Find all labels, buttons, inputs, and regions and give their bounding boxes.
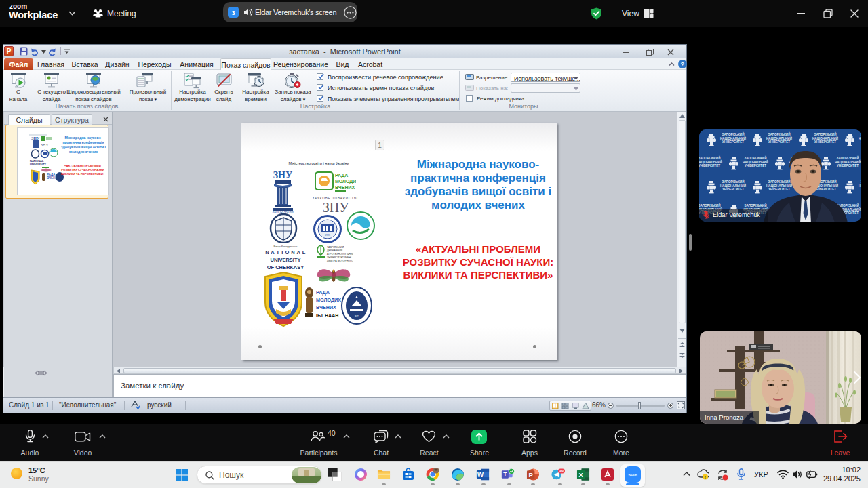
svg-text:UNIVERSITY: UNIVERSITY bbox=[30, 163, 46, 166]
svg-text:ВИКЛИКИ ТА ПЕРСПЕКТИВИ»: ВИКЛИКИ ТА ПЕРСПЕКТИВИ» bbox=[61, 172, 105, 176]
svg-text:W: W bbox=[477, 471, 484, 479]
svg-text:T: T bbox=[503, 471, 507, 478]
svg-text:X: X bbox=[578, 471, 583, 479]
svg-text:УНІВЕРСИТЕТ: УНІВЕРСИТЕТ bbox=[722, 140, 744, 144]
svg-text:молодих вчених: молодих вчених bbox=[69, 150, 98, 154]
svg-text:Міжнародна науково-: Міжнародна науково- bbox=[64, 136, 102, 140]
svg-text:ІБТ НААН: ІБТ НААН bbox=[316, 313, 338, 318]
svg-text:НАЦІОНАЛЬНИЙ: НАЦІОНАЛЬНИЙ bbox=[720, 136, 746, 140]
svg-text:49: 49 bbox=[559, 469, 564, 473]
svg-text:ДЕРЖАВНИЙ: ДЕРЖАВНИЙ bbox=[327, 249, 342, 252]
svg-text:P: P bbox=[528, 471, 533, 479]
svg-text:практична конференція: практична конференція bbox=[62, 140, 104, 144]
svg-text:здобувачів вищої освіти і: здобувачів вищої освіти і bbox=[61, 145, 106, 149]
svg-text:ЗНУ: ЗНУ bbox=[41, 143, 49, 147]
svg-text:Inna Pronoza: Inna Pronoza bbox=[705, 413, 744, 421]
svg-text:АГРОТЕХНОЛОГІЧНИЙ: АГРОТЕХНОЛОГІЧНИЙ bbox=[327, 253, 353, 256]
svg-text:РАДА: РАДА bbox=[335, 173, 348, 178]
svg-text:1923: 1923 bbox=[325, 234, 330, 237]
svg-text:МОЛОДИХ: МОЛОДИХ bbox=[335, 179, 356, 184]
svg-text:N A T I O N A L: N A T I O N A L bbox=[265, 249, 306, 256]
svg-text:UNIVERSITY: UNIVERSITY bbox=[270, 257, 300, 263]
svg-text:ЗАПОРІЗЬКИЙ: ЗАПОРІЗЬКИЙ bbox=[722, 131, 745, 136]
svg-text:ЗНУ: ЗНУ bbox=[31, 136, 40, 140]
svg-text:ЗНУ: ЗНУ bbox=[273, 170, 293, 180]
svg-text:ІБТ: ІБТ bbox=[355, 314, 359, 318]
svg-text:РАДА: РАДА bbox=[316, 289, 330, 296]
svg-text:РОЗВИТКУ СУЧАСНОЇ НАУКИ: РОЗВИТКУ СУЧАСНОЇ НАУКИ bbox=[61, 168, 104, 171]
svg-text:«АКТУАЛЬНІ ПРОБЛЕМИ: «АКТУАЛЬНІ ПРОБЛЕМИ bbox=[64, 164, 101, 167]
svg-text:ВЧЕНИХ: ВЧЕНИХ bbox=[335, 185, 355, 190]
svg-text:zoom: zoom bbox=[628, 473, 637, 477]
svg-text:МОЛОДИХ: МОЛОДИХ bbox=[316, 297, 341, 303]
svg-text:OF CHERKASY: OF CHERKASY bbox=[267, 264, 304, 270]
svg-text:Eldar Veremchuk: Eldar Veremchuk bbox=[713, 211, 760, 218]
svg-text:ТАВРІЙСЬКИЙ: ТАВРІЙСЬКИЙ bbox=[327, 246, 344, 249]
svg-text:Вища Конкурентна: Вища Конкурентна bbox=[274, 245, 298, 248]
svg-text:ВЧЕНИХ: ВЧЕНИХ bbox=[316, 304, 336, 310]
svg-text:УНІВЕРСИТЕТ ІМЕНІ: УНІВЕРСИТЕТ ІМЕНІ bbox=[327, 256, 351, 259]
svg-text:ДМИТРА МОТОРНОГО: ДМИТРА МОТОРНОГО bbox=[327, 260, 353, 262]
svg-text:!: ! bbox=[705, 475, 706, 479]
